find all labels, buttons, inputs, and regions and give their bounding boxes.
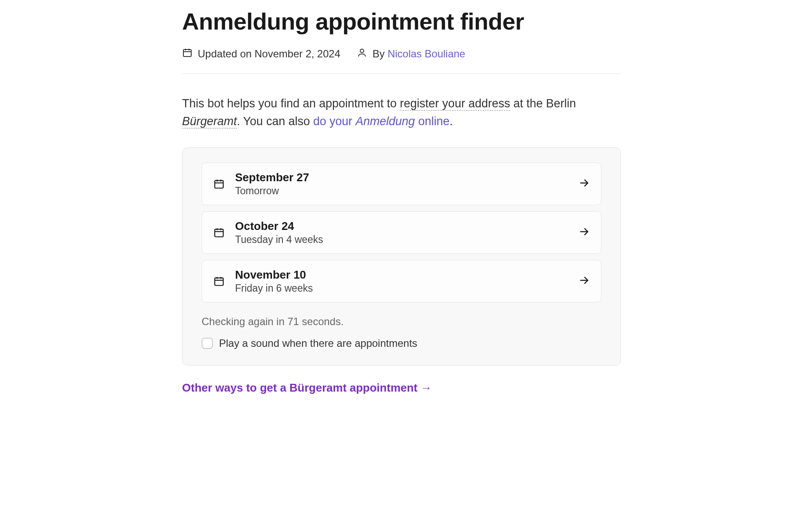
appointment-slot[interactable]: October 24 Tuesday in 4 weeks xyxy=(202,211,601,254)
page-title: Anmeldung appointment finder xyxy=(182,9,621,34)
status-text: Checking again in 71 seconds. xyxy=(202,316,601,328)
svg-rect-15 xyxy=(215,278,223,286)
register-address-term[interactable]: register your address xyxy=(400,97,510,111)
svg-rect-10 xyxy=(215,229,223,237)
updated-meta: Updated on November 2, 2024 xyxy=(182,47,340,60)
slot-relative: Tuesday in 4 weeks xyxy=(235,234,578,246)
svg-rect-0 xyxy=(183,50,191,57)
calendar-icon xyxy=(213,276,225,287)
sound-toggle-row: Play a sound when there are appointments xyxy=(202,337,601,349)
calendar-icon xyxy=(213,178,225,190)
sound-checkbox[interactable] xyxy=(202,338,213,349)
updated-text: Updated on November 2, 2024 xyxy=(198,48,340,60)
meta-row: Updated on November 2, 2024 By Nicolas B… xyxy=(182,47,621,74)
arrow-right-icon xyxy=(578,226,590,239)
slot-date: October 24 xyxy=(235,219,578,233)
svg-point-4 xyxy=(360,49,364,53)
calendar-icon xyxy=(213,227,225,238)
author-link[interactable]: Nicolas Bouliane xyxy=(388,48,465,60)
intro-text: This bot helps you find an appointment t… xyxy=(182,95,621,130)
svg-rect-5 xyxy=(215,181,223,188)
arrow-right-icon xyxy=(578,275,590,288)
appointments-panel: September 27 Tomorrow October 24 Tuesday… xyxy=(182,147,621,366)
slot-date: November 10 xyxy=(235,268,578,282)
slot-relative: Tomorrow xyxy=(235,185,578,197)
appointment-slot[interactable]: November 10 Friday in 6 weeks xyxy=(202,260,601,303)
slot-relative: Friday in 6 weeks xyxy=(235,283,578,294)
author-text: By Nicolas Bouliane xyxy=(372,48,465,60)
appointment-slot[interactable]: September 27 Tomorrow xyxy=(202,163,601,205)
other-ways-link[interactable]: Other ways to get a Bürgeramt appointmen… xyxy=(182,381,432,395)
arrow-right-icon xyxy=(578,177,590,190)
author-meta: By Nicolas Bouliane xyxy=(357,47,465,60)
burgeramt-term[interactable]: Bürgeramt xyxy=(182,115,237,129)
slot-date: September 27 xyxy=(235,171,578,184)
anmeldung-online-link[interactable]: do your Anmeldung online xyxy=(313,115,450,128)
calendar-icon xyxy=(182,47,192,60)
person-icon xyxy=(357,47,367,60)
sound-label: Play a sound when there are appointments xyxy=(219,337,417,349)
